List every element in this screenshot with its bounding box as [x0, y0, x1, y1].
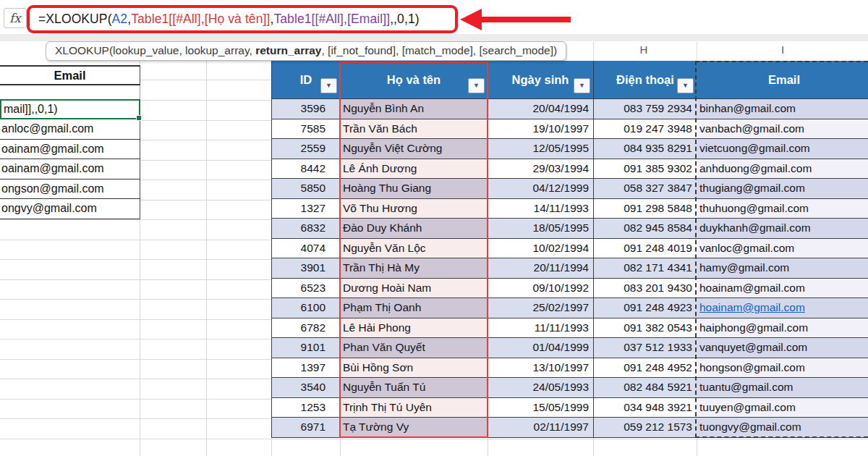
table-cell[interactable]: Tạ Tường Vy: [340, 418, 488, 438]
column-header-2[interactable]: Họ và tên▼: [340, 61, 488, 99]
helper-table-cell[interactable]: ongvy@gmail.com: [0, 199, 140, 219]
table-cell[interactable]: 12/05/1995: [488, 139, 593, 159]
column-header-5[interactable]: Email: [697, 61, 868, 99]
table-cell[interactable]: 14/11/1993: [488, 199, 593, 219]
helper-table-cell[interactable]: oainam@gmail.com: [0, 140, 140, 160]
table-cell[interactable]: tuuyen@gmail.com: [697, 398, 868, 418]
table-cell[interactable]: 2559: [271, 139, 340, 159]
table-cell[interactable]: hoainam@gmail.com: [697, 279, 868, 299]
column-heading-i[interactable]: I: [768, 43, 797, 56]
table-cell[interactable]: 037 512 1933: [593, 338, 697, 358]
column-header-4[interactable]: Điện thoại▼: [593, 61, 697, 99]
table-cell[interactable]: 082 484 5921: [593, 378, 697, 398]
table-cell[interactable]: Trần Văn Bách: [340, 119, 488, 140]
table-cell[interactable]: 5850: [271, 179, 340, 199]
table-cell[interactable]: Bùi Hồng Sơn: [340, 358, 488, 379]
table-cell[interactable]: thugiang@gmail.com: [697, 179, 868, 199]
formula-input[interactable]: =XLOOKUP(A2,Table1[[#All],[Họ và tên]],T…: [38, 8, 420, 30]
table-cell[interactable]: 1327: [271, 199, 340, 219]
table-cell[interactable]: Trịnh Thị Tú Uyên: [340, 398, 488, 418]
table-cell[interactable]: tuongvy@gmail.com: [697, 418, 868, 438]
table-cell[interactable]: duykhanh@gmail.com: [697, 219, 868, 239]
table-cell[interactable]: 18/05/1995: [488, 219, 593, 239]
table-cell[interactable]: 4074: [271, 239, 340, 259]
table-cell[interactable]: 04/12/1999: [488, 179, 593, 199]
table-cell[interactable]: Hoàng Thu Giang: [340, 179, 488, 199]
table-cell[interactable]: 091 382 0543: [593, 318, 697, 339]
table-cell[interactable]: hongson@gmail.com: [697, 358, 868, 379]
active-formula-cell[interactable]: mail]],,0,1): [0, 99, 140, 119]
table-cell[interactable]: 084 935 8291: [593, 139, 697, 159]
table-cell[interactable]: 6832: [271, 219, 340, 239]
table-cell[interactable]: 01/04/1999: [488, 338, 593, 358]
table-cell[interactable]: 034 948 3921: [593, 398, 697, 418]
helper-table-header[interactable]: Email: [0, 65, 140, 85]
table-cell[interactable]: 25/02/1997: [488, 298, 593, 318]
table-cell[interactable]: Lê Ánh Dương: [340, 159, 488, 180]
table-cell[interactable]: anhduong@gmail.com: [697, 159, 868, 180]
table-cell[interactable]: 29/03/1994: [488, 159, 593, 180]
table-cell[interactable]: 082 171 4341: [593, 258, 697, 279]
table-cell[interactable]: 091 248 4952: [593, 358, 697, 379]
filter-button[interactable]: ▼: [468, 78, 485, 93]
table-cell[interactable]: 02/11/1997: [488, 418, 593, 438]
table-cell[interactable]: 20/11/1994: [488, 258, 593, 279]
table-cell[interactable]: 3901: [271, 258, 340, 279]
table-cell[interactable]: 6523: [271, 279, 340, 299]
table-cell[interactable]: Đào Duy Khánh: [340, 219, 488, 239]
column-header-1[interactable]: ID▼: [271, 61, 340, 99]
filter-button[interactable]: ▼: [574, 78, 590, 93]
table-cell[interactable]: Nguyễn Văn Lộc: [340, 239, 488, 259]
table-cell[interactable]: thuhuong@gmail.com: [697, 199, 868, 219]
table-cell[interactable]: 091 248 4923: [593, 298, 697, 318]
column-heading-h[interactable]: H: [629, 43, 658, 56]
filter-button[interactable]: ▼: [677, 78, 694, 93]
table-cell[interactable]: tuantu@gmail.com: [697, 378, 868, 398]
table-cell[interactable]: Lê Hải Phong: [340, 318, 488, 339]
table-cell[interactable]: 7585: [271, 119, 340, 140]
empty-row[interactable]: [0, 85, 140, 99]
table-cell[interactable]: 1253: [271, 398, 340, 418]
table-cell[interactable]: 11/11/1993: [488, 318, 593, 339]
table-cell[interactable]: vietcuong@gmail.com: [697, 139, 868, 159]
table-cell[interactable]: 09/10/1992: [488, 279, 593, 299]
table-cell[interactable]: 24/05/1993: [488, 378, 593, 398]
table-cell[interactable]: 20/04/1994: [488, 99, 593, 119]
table-cell[interactable]: 6100: [271, 298, 340, 318]
column-header-3[interactable]: Ngày sinh▼: [488, 61, 593, 99]
table-cell[interactable]: Nguyễn Việt Cường: [340, 139, 488, 159]
table-cell[interactable]: Nguyễn Bình An: [340, 99, 488, 119]
table-cell[interactable]: 6971: [271, 418, 340, 438]
table-cell[interactable]: 3596: [271, 99, 340, 119]
table-cell[interactable]: 6782: [271, 318, 340, 339]
filter-button[interactable]: ▼: [320, 78, 337, 93]
table-cell[interactable]: hamy@gmail.com: [697, 258, 868, 279]
table-cell[interactable]: 1397: [271, 358, 340, 379]
table-cell[interactable]: 083 759 2934: [593, 99, 697, 119]
insert-function-button[interactable]: fx: [4, 8, 27, 28]
email-hyperlink[interactable]: hoainam@gmail.com: [699, 301, 805, 313]
table-cell[interactable]: Trần Thị Hà My: [340, 258, 488, 279]
table-cell[interactable]: 091 298 5848: [593, 199, 697, 219]
table-cell[interactable]: vanbach@gmail.com: [697, 119, 868, 140]
table-cell[interactable]: 9101: [271, 338, 340, 358]
table-cell[interactable]: 19/10/1997: [488, 119, 593, 140]
table-cell[interactable]: Võ Thu Hương: [340, 199, 488, 219]
table-cell[interactable]: 083 201 9430: [593, 279, 697, 299]
table-cell[interactable]: 13/10/1997: [488, 358, 593, 379]
table-cell[interactable]: 8442: [271, 159, 340, 180]
table-cell[interactable]: vanloc@gmail.com: [697, 239, 868, 259]
table-cell[interactable]: 091 248 4019: [593, 239, 697, 259]
fill-handle[interactable]: [136, 115, 142, 121]
helper-table-cell[interactable]: oainam@gmail.com: [0, 159, 140, 180]
table-cell[interactable]: 3540: [271, 378, 340, 398]
table-cell[interactable]: Dương Hoài Nam: [340, 279, 488, 299]
table-cell[interactable]: Nguyễn Tuấn Tú: [340, 378, 488, 398]
table-cell[interactable]: haiphong@gmail.com: [697, 318, 868, 339]
table-cell[interactable]: Phạm Thị Oanh: [340, 298, 488, 318]
table-cell[interactable]: binhan@gmail.com: [697, 99, 868, 119]
table-cell[interactable]: 058 327 3847: [593, 179, 697, 199]
table-cell[interactable]: hoainam@gmail.com: [697, 298, 868, 318]
table-cell[interactable]: 10/02/1994: [488, 239, 593, 259]
table-cell[interactable]: 091 385 9302: [593, 159, 697, 180]
